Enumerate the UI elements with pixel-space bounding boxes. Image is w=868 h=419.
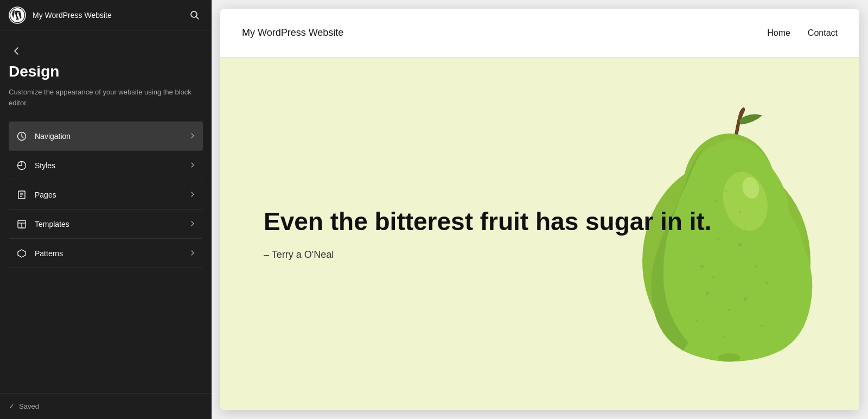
svg-point-22 — [766, 282, 768, 284]
preview-area: My WordPress Website Home Contact Even t… — [212, 0, 868, 419]
svg-point-25 — [695, 320, 698, 322]
svg-point-19 — [728, 309, 730, 311]
design-panel: Design Customize the appearance of your … — [0, 30, 212, 393]
site-nav: Home Contact — [767, 28, 838, 38]
pages-icon — [15, 188, 28, 201]
navigation-label: Navigation — [35, 132, 189, 141]
site-title: My WordPress Website — [33, 11, 187, 20]
hero-author: – Terry a O'Neal — [264, 249, 816, 261]
site-header: My WordPress Website Home Contact — [220, 9, 859, 58]
saved-label: Saved — [19, 402, 39, 410]
search-icon — [190, 10, 200, 20]
pages-chevron — [189, 191, 196, 200]
nav-link-home[interactable]: Home — [767, 28, 790, 38]
svg-point-29 — [726, 190, 727, 192]
styles-icon — [15, 159, 28, 172]
menu-list: Navigation Styles — [9, 121, 203, 268]
website-frame: My WordPress Website Home Contact Even t… — [220, 9, 859, 410]
hero-text: Even the bitterest fruit has sugar in it… — [264, 207, 816, 261]
nav-link-contact[interactable]: Contact — [808, 28, 838, 38]
svg-point-20 — [744, 297, 747, 301]
sidebar: My WordPress Website Design Customize th… — [0, 0, 212, 419]
hero-section: Even the bitterest fruit has sugar in it… — [220, 58, 859, 410]
svg-point-27 — [723, 336, 725, 338]
navigation-chevron — [189, 132, 196, 141]
back-icon — [11, 46, 22, 56]
menu-item-styles[interactable]: Styles — [9, 151, 203, 180]
menu-item-patterns[interactable]: Patterns — [9, 239, 203, 268]
sidebar-footer: ✓ Saved — [0, 393, 212, 419]
styles-label: Styles — [35, 161, 189, 170]
svg-line-2 — [196, 16, 199, 19]
svg-point-26 — [761, 325, 763, 327]
patterns-icon — [15, 247, 28, 260]
svg-point-31 — [718, 353, 740, 362]
panel-title: Design — [9, 63, 203, 80]
patterns-label: Patterns — [35, 249, 189, 258]
menu-item-templates[interactable]: Templates — [9, 210, 203, 239]
templates-chevron — [189, 220, 196, 229]
pages-label: Pages — [35, 191, 189, 199]
menu-item-navigation[interactable]: Navigation — [9, 122, 203, 151]
hero-quote: Even the bitterest fruit has sugar in it… — [264, 207, 816, 236]
search-button[interactable] — [187, 7, 203, 23]
wordpress-logo — [9, 7, 26, 24]
menu-item-pages[interactable]: Pages — [9, 181, 203, 210]
navigation-icon — [15, 130, 28, 143]
svg-point-16 — [700, 265, 704, 268]
preview-site-name: My WordPress Website — [242, 27, 343, 39]
templates-icon — [15, 218, 28, 231]
sidebar-header: My WordPress Website — [0, 0, 212, 30]
patterns-chevron — [189, 249, 196, 258]
svg-point-21 — [755, 265, 757, 268]
panel-description: Customize the appearance of your website… — [9, 87, 203, 108]
svg-point-17 — [712, 276, 714, 278]
back-button[interactable] — [9, 43, 24, 59]
svg-point-28 — [714, 200, 717, 202]
saved-checkmark: ✓ — [9, 402, 15, 410]
styles-chevron — [189, 161, 196, 170]
templates-label: Templates — [35, 220, 189, 228]
svg-point-18 — [706, 292, 709, 295]
